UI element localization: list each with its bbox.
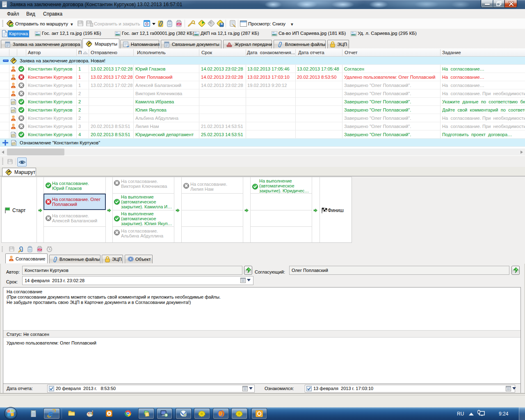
svg-text:PDF: PDF [177, 23, 182, 25]
svg-text:PDF: PDF [38, 249, 42, 251]
